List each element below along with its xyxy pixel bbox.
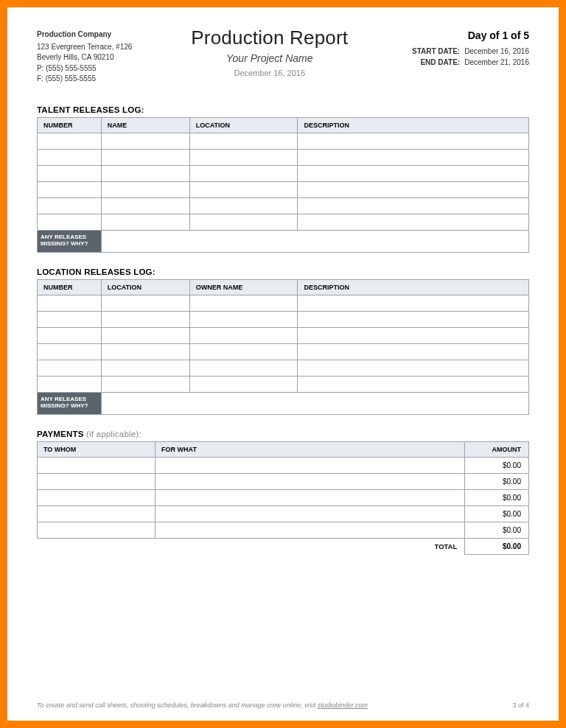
th-owner: OWNER NAME <box>189 279 298 295</box>
th-description: DESCRIPTION <box>298 279 529 295</box>
th-number: NUMBER <box>38 117 102 133</box>
talent-heading: TALENT RELEASES LOG: <box>37 105 529 114</box>
talent-missing-value <box>101 230 528 252</box>
table-row <box>38 165 529 181</box>
title-block: Production Report Your Project Name Dece… <box>132 27 407 77</box>
th-name: NAME <box>101 117 189 133</box>
th-amount: AMOUNT <box>465 441 529 457</box>
start-date-row: START DATE: December 16, 2016 <box>407 46 529 57</box>
start-date-value: December 16, 2016 <box>464 46 529 57</box>
company-address-1: 123 Evergreen Terrace, #126 <box>37 42 132 53</box>
table-row: $0.00 <box>38 473 529 489</box>
main-title: Production Report <box>132 27 407 49</box>
table-row: $0.00 <box>38 522 529 538</box>
table-row: $0.00 <box>38 489 529 505</box>
company-phone: P: (555) 555-5555 <box>37 63 132 74</box>
table-row <box>38 133 529 149</box>
payments-total-row: TOTAL $0.00 <box>38 538 529 554</box>
document-frame: Production Company 123 Evergreen Terrace… <box>0 0 566 728</box>
table-row <box>38 197 529 214</box>
table-row <box>38 343 529 360</box>
th-location: LOCATION <box>189 117 298 133</box>
th-for-what: FOR WHAT <box>156 441 465 457</box>
company-fax: F: (555) 555-5555 <box>37 74 132 85</box>
end-date-value: December 21, 2016 <box>464 57 529 68</box>
end-date-label: END DATE: <box>407 57 460 68</box>
table-row <box>38 376 529 392</box>
total-label: TOTAL <box>156 538 465 554</box>
title-date: December 16, 2016 <box>132 69 407 77</box>
payments-heading: PAYMENTS (if applicable): <box>37 430 529 438</box>
payments-header-row: TO WHOM FOR WHAT AMOUNT <box>38 441 529 457</box>
company-address-2: Beverly Hills, CA 90210 <box>37 52 132 63</box>
payments-table: TO WHOM FOR WHAT AMOUNT $0.00 $0.00 $0.0… <box>37 441 529 555</box>
header-right: Day of 1 of 5 START DATE: December 16, 2… <box>407 29 529 68</box>
table-row <box>38 360 529 376</box>
talent-missing-label: ANY RELEASES MISSING? WHY? <box>38 230 102 252</box>
th-number: NUMBER <box>38 279 102 295</box>
location-heading: LOCATION RELEASES LOG: <box>37 267 529 276</box>
footer-link[interactable]: studiobinder.com <box>318 701 368 709</box>
location-missing-value <box>101 392 528 414</box>
location-header-row: NUMBER LOCATION OWNER NAME DESCRIPTION <box>38 279 529 295</box>
th-location: LOCATION <box>101 279 189 295</box>
location-missing-row: ANY RELEASES MISSING? WHY? <box>38 392 529 414</box>
location-missing-label: ANY RELEASES MISSING? WHY? <box>38 392 102 414</box>
header: Production Company 123 Evergreen Terrace… <box>37 29 529 85</box>
talent-missing-row: ANY RELEASES MISSING? WHY? <box>38 230 529 252</box>
th-description: DESCRIPTION <box>298 117 529 133</box>
company-block: Production Company 123 Evergreen Terrace… <box>37 29 132 85</box>
footer: To create and send call sheets, shooting… <box>37 701 529 709</box>
table-row <box>38 311 529 327</box>
location-table: NUMBER LOCATION OWNER NAME DESCRIPTION A… <box>37 279 529 415</box>
talent-table: NUMBER NAME LOCATION DESCRIPTION ANY REL… <box>37 117 529 253</box>
end-date-row: END DATE: December 21, 2016 <box>407 57 529 68</box>
subtitle: Your Project Name <box>132 52 407 64</box>
th-to-whom: TO WHOM <box>38 441 156 457</box>
table-row <box>38 214 529 230</box>
table-row <box>38 149 529 165</box>
table-row <box>38 327 529 343</box>
footer-text: To create and send call sheets, shooting… <box>37 701 368 709</box>
table-row: $0.00 <box>38 457 529 473</box>
table-row: $0.00 <box>38 505 529 522</box>
page-number: 3 of 4 <box>512 701 529 709</box>
company-name: Production Company <box>37 29 132 41</box>
talent-header-row: NUMBER NAME LOCATION DESCRIPTION <box>38 117 529 133</box>
day-of: Day of 1 of 5 <box>407 29 529 41</box>
start-date-label: START DATE: <box>407 46 460 57</box>
total-value: $0.00 <box>465 538 529 554</box>
table-row <box>38 295 529 311</box>
table-row <box>38 181 529 197</box>
